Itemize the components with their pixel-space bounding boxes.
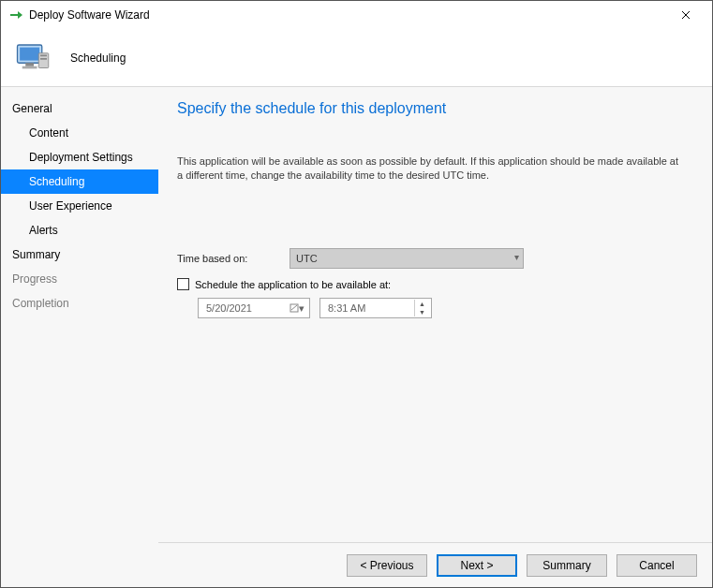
sidebar-item-completion[interactable]: Completion [1,291,158,316]
chevron-down-icon: ▾ [514,252,519,262]
sidebar-item-user-experience[interactable]: User Experience [1,194,158,218]
spin-down-icon[interactable]: ▼ [415,308,429,316]
next-button[interactable]: Next > [437,554,517,577]
window-title: Deploy Software Wizard [29,8,150,22]
schedule-checkbox-label: Schedule the application to be available… [195,279,391,290]
content-heading: Specify the schedule for this deployment [177,100,693,117]
summary-button[interactable]: Summary [527,554,607,577]
monitor-icon [14,38,53,78]
schedule-checkbox-row: Schedule the application to be available… [177,278,693,290]
date-input[interactable]: 5/20/2021 ▾ [198,298,310,318]
wizard-footer: < Previous Next > Summary Cancel [158,542,712,587]
svg-rect-1 [20,47,39,60]
previous-button[interactable]: < Previous [347,554,427,577]
sidebar: GeneralContentDeployment SettingsSchedul… [1,87,158,587]
schedule-checkbox[interactable] [177,278,189,290]
datetime-row: 5/20/2021 ▾ 8:31 AM ▲ ▼ [177,298,693,318]
header-page-name: Scheduling [70,51,126,65]
date-value: 5/20/2021 [206,302,252,314]
sidebar-item-general[interactable]: General [1,96,158,121]
svg-rect-3 [22,66,37,68]
time-based-value: UTC [296,253,318,264]
sidebar-item-deployment-settings[interactable]: Deployment Settings [1,145,158,169]
time-based-row: Time based on: UTC ▾ [177,248,693,269]
content-description: This application will be available as so… [177,154,683,183]
time-value: 8:31 AM [328,302,365,314]
time-input[interactable]: 8:31 AM ▲ ▼ [319,298,432,318]
date-dropdown-icon[interactable]: ▾ [287,300,307,316]
wizard-body: GeneralContentDeployment SettingsSchedul… [1,87,712,587]
time-based-label: Time based on: [177,253,290,264]
sidebar-item-scheduling[interactable]: Scheduling [1,169,158,194]
spin-up-icon[interactable]: ▲ [415,300,429,308]
sidebar-item-summary[interactable]: Summary [1,243,158,267]
cancel-button[interactable]: Cancel [616,554,697,577]
svg-rect-5 [40,54,47,56]
time-spinner[interactable]: ▲ ▼ [414,300,429,316]
sidebar-item-content[interactable]: Content [1,121,158,145]
time-based-select[interactable]: UTC ▾ [290,248,524,269]
sidebar-item-progress[interactable]: Progress [1,267,158,291]
wizard-arrow-icon [8,7,23,22]
titlebar: Deploy Software Wizard [1,1,712,29]
svg-rect-2 [25,63,34,66]
svg-rect-6 [40,58,47,60]
sidebar-item-alerts[interactable]: Alerts [1,218,158,243]
close-button[interactable] [667,2,705,28]
wizard-header: Scheduling [1,29,712,87]
content-panel: Specify the schedule for this deployment… [158,87,712,542]
